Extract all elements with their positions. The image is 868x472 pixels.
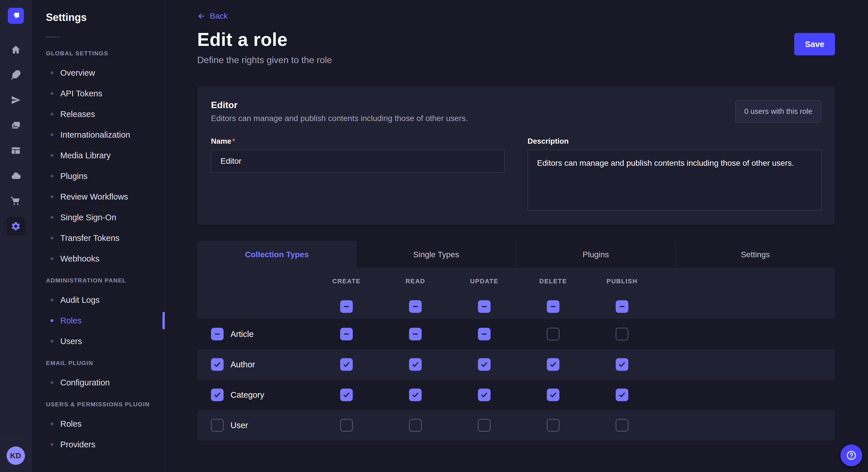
back-arrow-icon	[197, 12, 206, 20]
article-create-checkbox[interactable]	[340, 328, 353, 340]
page-title: Edit a role	[197, 29, 332, 50]
user-publish-checkbox[interactable]	[616, 419, 628, 432]
subnav-item-roles[interactable]: Roles	[32, 310, 165, 331]
subnav-item-label: Webhooks	[60, 254, 100, 264]
bullet-dot-icon	[51, 237, 53, 239]
main-nav-rail: KD	[0, 0, 32, 472]
subnav-item-audit-logs[interactable]: Audit Logs	[32, 290, 165, 310]
column-header-create: CREATE	[312, 278, 381, 285]
subnav-item-overview[interactable]: Overview	[32, 63, 165, 83]
subnav-item-label: Configuration	[60, 378, 110, 387]
bullet-dot-icon	[51, 133, 53, 136]
cart-icon[interactable]	[7, 192, 25, 210]
paper-plane-icon[interactable]	[7, 91, 25, 109]
subnav-item-webhooks[interactable]: Webhooks	[32, 248, 165, 269]
subnav-item-single-sign-on[interactable]: Single Sign-On	[32, 207, 165, 228]
user-delete-checkbox[interactable]	[547, 419, 559, 432]
role-details-card: Editor Editors can manage and publish co…	[197, 87, 835, 225]
subnav-item-providers[interactable]: Providers	[32, 434, 165, 455]
cloud-icon[interactable]	[7, 167, 25, 185]
page-subtitle: Define the rights given to the role	[197, 55, 332, 65]
select-all-create-checkbox[interactable]	[340, 300, 353, 313]
description-textarea[interactable]: Editors can manage and publish contents …	[528, 150, 821, 210]
article-row-checkbox[interactable]	[211, 328, 224, 340]
role-name-heading: Editor	[211, 100, 468, 110]
article-read-checkbox[interactable]	[409, 328, 422, 340]
user-update-checkbox[interactable]	[478, 419, 491, 432]
subnav-item-label: Single Sign-On	[60, 213, 116, 222]
category-row-checkbox[interactable]	[211, 389, 224, 401]
rail-bottom-divider	[0, 439, 31, 439]
name-input[interactable]	[211, 150, 505, 173]
settings-gear-icon[interactable]	[7, 217, 25, 235]
subnav-item-review-workflows[interactable]: Review Workflows	[32, 187, 165, 207]
subnav-item-roles[interactable]: Roles	[32, 413, 165, 434]
subnav-item-plugins[interactable]: Plugins	[32, 166, 165, 187]
subnav-item-configuration[interactable]: Configuration	[32, 372, 165, 393]
save-button[interactable]: Save	[794, 33, 835, 55]
bullet-dot-icon	[51, 92, 53, 95]
bullet-dot-icon	[51, 175, 53, 177]
subnav-section-label: USERS & PERMISSIONS PLUGIN	[32, 401, 165, 408]
author-update-checkbox[interactable]	[478, 358, 491, 371]
category-update-checkbox[interactable]	[478, 389, 491, 401]
subnav-item-label: Plugins	[60, 171, 88, 181]
subnav-item-users[interactable]: Users	[32, 331, 165, 351]
select-all-publish-checkbox[interactable]	[616, 300, 628, 313]
subnav-item-api-tokens[interactable]: API Tokens	[32, 83, 165, 104]
layout-icon[interactable]	[7, 141, 25, 160]
back-link[interactable]: Back	[197, 11, 228, 21]
article-update-checkbox[interactable]	[478, 328, 491, 340]
author-publish-checkbox[interactable]	[616, 358, 628, 371]
settings-subnav: Settings GLOBAL SETTINGSOverviewAPI Toke…	[32, 0, 165, 472]
category-read-checkbox[interactable]	[409, 389, 422, 401]
permission-row-author: Author	[197, 349, 835, 380]
article-publish-checkbox[interactable]	[616, 328, 628, 340]
select-all-delete-checkbox[interactable]	[547, 300, 559, 313]
select-all-row	[197, 294, 835, 319]
rail-divider	[0, 32, 31, 32]
category-create-checkbox[interactable]	[340, 389, 353, 401]
user-row-checkbox[interactable]	[211, 419, 224, 432]
tab-plugins[interactable]: Plugins	[516, 241, 675, 268]
select-all-read-checkbox[interactable]	[409, 300, 422, 313]
help-button[interactable]	[840, 444, 862, 466]
users-with-role-button[interactable]: 0 users with this role	[735, 100, 821, 123]
column-header-delete: DELETE	[519, 278, 588, 285]
column-header-read: READ	[381, 278, 450, 285]
main-content: Back Edit a role Define the rights given…	[165, 0, 868, 472]
select-all-update-checkbox[interactable]	[478, 300, 491, 313]
article-delete-checkbox[interactable]	[547, 328, 559, 340]
media-images-icon[interactable]	[7, 116, 25, 134]
author-create-checkbox[interactable]	[340, 358, 353, 371]
subnav-item-releases[interactable]: Releases	[32, 104, 165, 125]
home-icon[interactable]	[7, 40, 25, 59]
strapi-logo[interactable]	[8, 8, 24, 24]
permissions-panel: CREATEREADUPDATEDELETEPUBLISH ArticleAut…	[197, 268, 835, 440]
required-asterisk: *	[232, 137, 235, 145]
tab-single-types[interactable]: Single Types	[356, 241, 516, 268]
category-delete-checkbox[interactable]	[547, 389, 559, 401]
bullet-dot-icon	[51, 113, 53, 115]
author-read-checkbox[interactable]	[409, 358, 422, 371]
permission-row-user: User	[197, 410, 835, 440]
author-row-checkbox[interactable]	[211, 358, 224, 371]
subnav-item-media-library[interactable]: Media Library	[32, 145, 165, 166]
row-label: Article	[230, 330, 254, 339]
author-delete-checkbox[interactable]	[547, 358, 559, 371]
tab-settings[interactable]: Settings	[675, 241, 835, 268]
subnav-title-divider	[46, 37, 60, 37]
category-publish-checkbox[interactable]	[616, 389, 628, 401]
subnav-item-label: Internationalization	[60, 130, 130, 140]
tab-collection-types[interactable]: Collection Types	[197, 241, 356, 268]
subnav-item-label: Audit Logs	[60, 295, 100, 305]
user-create-checkbox[interactable]	[340, 419, 353, 432]
user-read-checkbox[interactable]	[409, 419, 422, 432]
user-avatar[interactable]: KD	[7, 446, 25, 465]
bullet-dot-icon	[51, 71, 53, 74]
name-field-label: Name*	[211, 137, 235, 145]
subnav-item-internationalization[interactable]: Internationalization	[32, 125, 165, 145]
feather-icon[interactable]	[7, 66, 25, 84]
subnav-item-label: Media Library	[60, 151, 111, 160]
subnav-item-transfer-tokens[interactable]: Transfer Tokens	[32, 228, 165, 248]
